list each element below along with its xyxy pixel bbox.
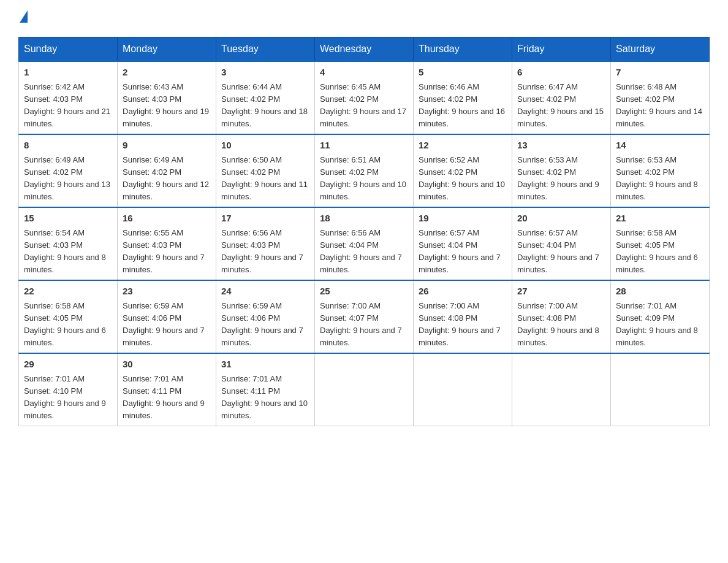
day-info: Sunrise: 7:01 AMSunset: 4:11 PMDaylight:…	[123, 374, 205, 420]
day-info: Sunrise: 6:56 AMSunset: 4:03 PMDaylight:…	[221, 228, 303, 274]
day-info: Sunrise: 6:45 AMSunset: 4:02 PMDaylight:…	[320, 82, 406, 128]
day-info: Sunrise: 6:58 AMSunset: 4:05 PMDaylight:…	[24, 301, 106, 347]
day-number: 5	[419, 66, 507, 80]
week-row-2: 8Sunrise: 6:49 AMSunset: 4:02 PMDaylight…	[19, 134, 710, 207]
day-info: Sunrise: 6:49 AMSunset: 4:02 PMDaylight:…	[123, 155, 209, 201]
calendar-cell: 18Sunrise: 6:56 AMSunset: 4:04 PMDayligh…	[315, 207, 414, 280]
day-info: Sunrise: 7:00 AMSunset: 4:07 PMDaylight:…	[320, 301, 402, 347]
calendar-cell: 27Sunrise: 7:00 AMSunset: 4:08 PMDayligh…	[512, 280, 611, 353]
calendar-cell: 11Sunrise: 6:51 AMSunset: 4:02 PMDayligh…	[315, 134, 414, 207]
calendar-cell: 6Sunrise: 6:47 AMSunset: 4:02 PMDaylight…	[512, 61, 611, 134]
calendar-cell: 7Sunrise: 6:48 AMSunset: 4:02 PMDaylight…	[611, 61, 710, 134]
calendar-cell: 15Sunrise: 6:54 AMSunset: 4:03 PMDayligh…	[19, 207, 118, 280]
day-number: 26	[419, 285, 507, 299]
calendar-cell: 2Sunrise: 6:43 AMSunset: 4:03 PMDaylight…	[118, 61, 216, 134]
logo-triangle-icon	[20, 10, 28, 23]
day-info: Sunrise: 6:54 AMSunset: 4:03 PMDaylight:…	[24, 228, 106, 274]
day-number: 3	[221, 66, 309, 80]
day-number: 2	[123, 66, 211, 80]
day-info: Sunrise: 6:42 AMSunset: 4:03 PMDaylight:…	[24, 82, 110, 128]
calendar-table: SundayMondayTuesdayWednesdayThursdayFrid…	[18, 37, 710, 426]
day-number: 16	[123, 212, 211, 226]
day-number: 25	[320, 285, 408, 299]
calendar-cell: 14Sunrise: 6:53 AMSunset: 4:02 PMDayligh…	[611, 134, 710, 207]
calendar-cell: 9Sunrise: 6:49 AMSunset: 4:02 PMDaylight…	[118, 134, 216, 207]
day-number: 8	[24, 139, 112, 153]
weekday-header-wednesday: Wednesday	[315, 37, 414, 62]
day-info: Sunrise: 6:43 AMSunset: 4:03 PMDaylight:…	[123, 82, 209, 128]
day-info: Sunrise: 6:58 AMSunset: 4:05 PMDaylight:…	[616, 228, 698, 274]
day-info: Sunrise: 7:01 AMSunset: 4:10 PMDaylight:…	[24, 374, 106, 420]
weekday-header-sunday: Sunday	[19, 37, 118, 62]
day-info: Sunrise: 6:56 AMSunset: 4:04 PMDaylight:…	[320, 228, 402, 274]
day-number: 7	[616, 66, 704, 80]
calendar-cell: 21Sunrise: 6:58 AMSunset: 4:05 PMDayligh…	[611, 207, 710, 280]
weekday-header-friday: Friday	[512, 37, 611, 62]
day-number: 14	[616, 139, 704, 153]
calendar-cell: 17Sunrise: 6:56 AMSunset: 4:03 PMDayligh…	[216, 207, 315, 280]
weekday-header-thursday: Thursday	[414, 37, 512, 62]
calendar-cell: 5Sunrise: 6:46 AMSunset: 4:02 PMDaylight…	[414, 61, 512, 134]
calendar-cell	[315, 353, 414, 426]
calendar-cell: 25Sunrise: 7:00 AMSunset: 4:07 PMDayligh…	[315, 280, 414, 353]
day-number: 13	[517, 139, 605, 153]
calendar-cell: 3Sunrise: 6:44 AMSunset: 4:02 PMDaylight…	[216, 61, 315, 134]
calendar-cell	[512, 353, 611, 426]
weekday-header-saturday: Saturday	[611, 37, 710, 62]
day-info: Sunrise: 6:47 AMSunset: 4:02 PMDaylight:…	[517, 82, 604, 128]
day-number: 17	[221, 212, 309, 226]
day-info: Sunrise: 6:46 AMSunset: 4:02 PMDaylight:…	[419, 82, 505, 128]
day-info: Sunrise: 6:52 AMSunset: 4:02 PMDaylight:…	[419, 155, 505, 201]
day-number: 10	[221, 139, 309, 153]
day-number: 21	[616, 212, 704, 226]
week-row-3: 15Sunrise: 6:54 AMSunset: 4:03 PMDayligh…	[19, 207, 710, 280]
day-info: Sunrise: 6:57 AMSunset: 4:04 PMDaylight:…	[419, 228, 501, 274]
top-section	[18, 12, 710, 25]
day-info: Sunrise: 6:51 AMSunset: 4:02 PMDaylight:…	[320, 155, 406, 201]
day-info: Sunrise: 6:44 AMSunset: 4:02 PMDaylight:…	[221, 82, 308, 128]
calendar-cell: 1Sunrise: 6:42 AMSunset: 4:03 PMDaylight…	[19, 61, 118, 134]
day-info: Sunrise: 7:01 AMSunset: 4:11 PMDaylight:…	[221, 374, 308, 420]
calendar-cell: 23Sunrise: 6:59 AMSunset: 4:06 PMDayligh…	[118, 280, 216, 353]
calendar-cell: 10Sunrise: 6:50 AMSunset: 4:02 PMDayligh…	[216, 134, 315, 207]
logo	[18, 12, 28, 25]
day-number: 24	[221, 285, 309, 299]
day-number: 29	[24, 358, 112, 372]
calendar-cell: 22Sunrise: 6:58 AMSunset: 4:05 PMDayligh…	[19, 280, 118, 353]
day-number: 6	[517, 66, 605, 80]
day-number: 28	[616, 285, 704, 299]
day-info: Sunrise: 6:59 AMSunset: 4:06 PMDaylight:…	[221, 301, 303, 347]
day-number: 19	[419, 212, 507, 226]
weekday-header-monday: Monday	[118, 37, 216, 62]
day-info: Sunrise: 6:57 AMSunset: 4:04 PMDaylight:…	[517, 228, 599, 274]
day-number: 15	[24, 212, 112, 226]
page: SundayMondayTuesdayWednesdayThursdayFrid…	[0, 0, 728, 439]
week-row-5: 29Sunrise: 7:01 AMSunset: 4:10 PMDayligh…	[19, 353, 710, 426]
day-number: 30	[123, 358, 211, 372]
weekday-header-tuesday: Tuesday	[216, 37, 315, 62]
calendar-cell: 24Sunrise: 6:59 AMSunset: 4:06 PMDayligh…	[216, 280, 315, 353]
day-number: 18	[320, 212, 408, 226]
day-info: Sunrise: 6:55 AMSunset: 4:03 PMDaylight:…	[123, 228, 205, 274]
day-info: Sunrise: 6:53 AMSunset: 4:02 PMDaylight:…	[517, 155, 599, 201]
day-number: 12	[419, 139, 507, 153]
day-number: 20	[517, 212, 605, 226]
day-number: 22	[24, 285, 112, 299]
day-number: 1	[24, 66, 112, 80]
day-info: Sunrise: 7:01 AMSunset: 4:09 PMDaylight:…	[616, 301, 698, 347]
calendar-cell: 13Sunrise: 6:53 AMSunset: 4:02 PMDayligh…	[512, 134, 611, 207]
calendar-cell: 4Sunrise: 6:45 AMSunset: 4:02 PMDaylight…	[315, 61, 414, 134]
day-number: 23	[123, 285, 211, 299]
day-info: Sunrise: 7:00 AMSunset: 4:08 PMDaylight:…	[517, 301, 599, 347]
day-info: Sunrise: 6:59 AMSunset: 4:06 PMDaylight:…	[123, 301, 205, 347]
day-number: 27	[517, 285, 605, 299]
calendar-cell: 29Sunrise: 7:01 AMSunset: 4:10 PMDayligh…	[19, 353, 118, 426]
calendar-cell: 31Sunrise: 7:01 AMSunset: 4:11 PMDayligh…	[216, 353, 315, 426]
day-number: 11	[320, 139, 408, 153]
day-info: Sunrise: 6:50 AMSunset: 4:02 PMDaylight:…	[221, 155, 308, 201]
day-info: Sunrise: 6:48 AMSunset: 4:02 PMDaylight:…	[616, 82, 702, 128]
week-row-1: 1Sunrise: 6:42 AMSunset: 4:03 PMDaylight…	[19, 61, 710, 134]
calendar-cell: 20Sunrise: 6:57 AMSunset: 4:04 PMDayligh…	[512, 207, 611, 280]
day-info: Sunrise: 7:00 AMSunset: 4:08 PMDaylight:…	[419, 301, 501, 347]
calendar-cell: 19Sunrise: 6:57 AMSunset: 4:04 PMDayligh…	[414, 207, 512, 280]
